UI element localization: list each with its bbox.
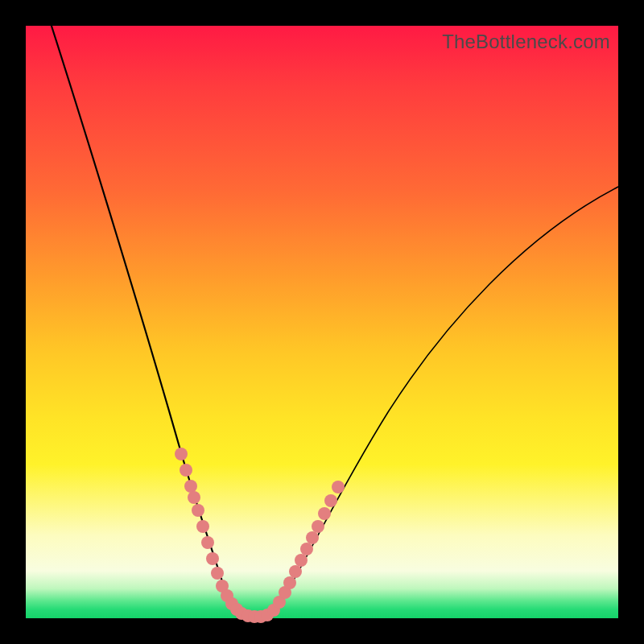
highlight-dot bbox=[192, 504, 204, 517]
highlight-dot bbox=[211, 567, 224, 580]
highlight-dot bbox=[306, 531, 319, 544]
highlight-dot bbox=[180, 464, 192, 477]
highlight-dot bbox=[201, 536, 214, 549]
highlight-dot bbox=[188, 491, 200, 504]
highlight-dot bbox=[318, 507, 331, 520]
highlight-dot bbox=[300, 543, 313, 555]
highlight-dot bbox=[184, 480, 197, 493]
highlight-dot bbox=[175, 448, 188, 460]
plot-area: TheBottleneck.com bbox=[26, 26, 618, 618]
highlight-dot bbox=[283, 576, 296, 589]
curve-svg bbox=[26, 26, 618, 618]
outer-frame: TheBottleneck.com bbox=[0, 0, 644, 644]
highlight-dot bbox=[312, 520, 324, 533]
highlight-dot bbox=[289, 565, 302, 578]
curve-left-branch bbox=[50, 21, 254, 617]
highlight-dot bbox=[206, 552, 219, 565]
highlight-dot bbox=[324, 494, 337, 507]
highlight-dot bbox=[332, 481, 345, 493]
highlight-dots-group bbox=[175, 448, 345, 623]
highlight-dot bbox=[196, 520, 209, 533]
highlight-dot bbox=[295, 554, 308, 567]
